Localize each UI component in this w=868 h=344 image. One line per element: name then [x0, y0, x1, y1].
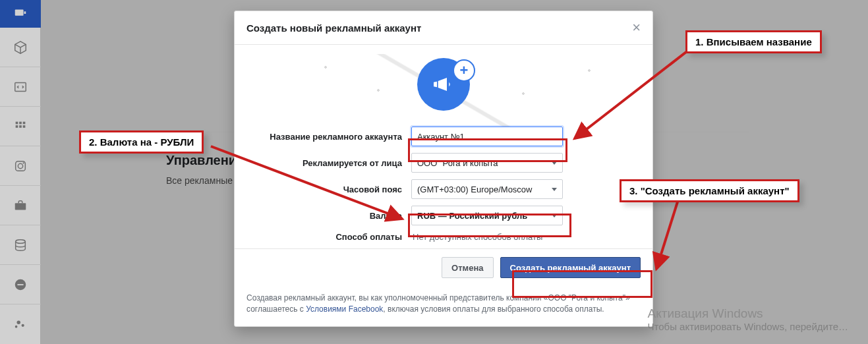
row-timezone: Часовой пояс (GMT+03:00) Europe/Moscow	[246, 179, 641, 199]
label-advertiser: Рекламируется от лица	[246, 158, 411, 168]
advertiser-select[interactable]: ООО "Рога и копыта"	[411, 153, 563, 173]
row-advertiser: Рекламируется от лица ООО "Рога и копыта…	[246, 153, 641, 173]
account-name-input[interactable]	[411, 127, 563, 146]
cancel-label: Отмена	[451, 263, 483, 273]
watermark-sub: Чтобы активировать Windows, перейдите…	[648, 321, 849, 332]
label-currency: Валюта	[246, 211, 411, 221]
close-icon[interactable]: ×	[632, 20, 641, 35]
label-timezone: Часовой пояс	[246, 185, 411, 194]
annotation-1: 1. Вписываем название	[685, 30, 822, 53]
modal-footer: Отмена Создать рекламный аккаунт	[235, 248, 652, 286]
currency-value: RUB — Российский рубль	[417, 211, 527, 221]
megaphone-circle-icon: +	[417, 58, 470, 111]
plus-badge-icon: +	[453, 59, 475, 82]
create-ad-account-modal: Создать новый рекламный аккаунт × + Назв…	[234, 11, 653, 327]
annotation-3: 3. "Создать рекламный аккаунт"	[620, 179, 799, 202]
currency-select[interactable]: RUB — Российский рубль	[411, 206, 563, 225]
chevron-down-icon	[552, 214, 557, 217]
create-ad-account-button[interactable]: Создать рекламный аккаунт	[500, 257, 641, 278]
row-payment: Способ оплаты Нет доступных способов опл…	[246, 232, 641, 242]
modal-disclaimer: Создавая рекламный аккаунт, вы как уполн…	[235, 286, 652, 326]
windows-activation-watermark: Активация Windows Чтобы активировать Win…	[648, 306, 849, 332]
annotation-2: 2. Валюта на - РУБЛИ	[79, 130, 204, 154]
chevron-down-icon	[552, 161, 557, 165]
megaphone-icon	[430, 71, 457, 98]
watermark-title: Активация Windows	[648, 306, 849, 321]
label-account-name: Название рекламного аккаунта	[246, 132, 411, 142]
timezone-value: (GMT+03:00) Europe/Moscow	[417, 185, 532, 194]
create-label: Создать рекламный аккаунт	[510, 263, 631, 273]
timezone-select[interactable]: (GMT+03:00) Europe/Moscow	[411, 179, 563, 199]
label-payment: Способ оплаты	[246, 232, 411, 242]
cancel-button[interactable]: Отмена	[442, 257, 493, 278]
row-currency: Валюта RUB — Российский рубль	[246, 206, 641, 225]
payment-value: Нет доступных способов оплаты	[411, 232, 542, 242]
chevron-down-icon	[552, 188, 557, 191]
disclaimer-post: , включая условия оплаты для выбранного …	[383, 304, 604, 314]
modal-hero: +	[246, 54, 641, 127]
modal-header: Создать новый рекламный аккаунт ×	[235, 11, 652, 45]
advertiser-value: ООО "Рога и копыта"	[417, 158, 501, 168]
row-account-name: Название рекламного аккаунта	[246, 127, 641, 146]
disclaimer-link[interactable]: Условиями Facebook	[306, 304, 383, 314]
modal-title: Создать новый рекламный аккаунт	[246, 22, 421, 34]
